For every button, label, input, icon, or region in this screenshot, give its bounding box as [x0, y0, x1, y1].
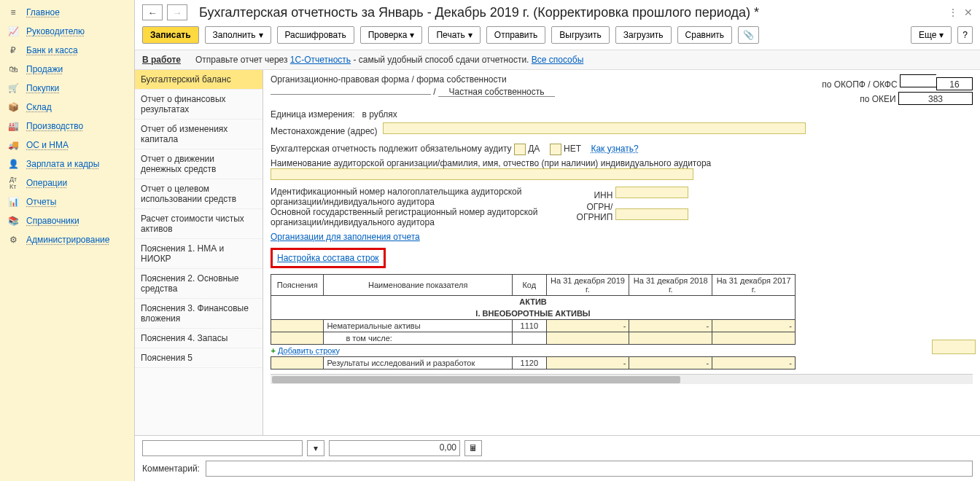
gear-icon: ⚙ — [7, 234, 19, 246]
okopf-box2[interactable]: 16 — [936, 77, 973, 90]
content-area: Организационно-правовая форма / форма со… — [263, 70, 980, 435]
report-icon: 📊 — [7, 196, 19, 208]
sidebar-item-warehouse[interactable]: 📦Склад — [0, 98, 134, 117]
sidebar-item-label: Руководителю — [26, 26, 85, 36]
footer-dropdown-button[interactable]: ▾ — [307, 440, 324, 456]
ruble-icon: ₽ — [7, 44, 19, 56]
audit-yes-checkbox[interactable] — [514, 144, 526, 155]
close-icon[interactable]: ✕ — [964, 7, 973, 18]
compare-button[interactable]: Сравнить — [677, 26, 732, 44]
section-item-capital[interactable]: Отчет об изменениях капитала — [135, 120, 262, 149]
th-name: Наименование показателя — [324, 275, 513, 296]
auditor-name-label: Наименование аудиторской организации/фам… — [271, 158, 711, 168]
ogrn-label: ОГРН/ ОГРНИП — [554, 202, 612, 222]
org-fill-link[interactable]: Организации для заполнения отчета — [271, 232, 420, 242]
decode-button[interactable]: Расшифровать — [277, 26, 354, 44]
audit-no-checkbox[interactable] — [550, 144, 561, 155]
more-button[interactable]: Еще ▾ — [911, 26, 952, 44]
add-row-link[interactable]: Добавить строку — [278, 346, 340, 355]
cell-2017-1120[interactable]: - — [712, 357, 796, 369]
sidebar-item-label: ОС и НМА — [26, 140, 69, 150]
cell-2018-sub[interactable] — [629, 332, 712, 345]
sidebar-item-label: Покупки — [26, 83, 59, 93]
sidebar-item-admin[interactable]: ⚙Администрирование — [0, 230, 134, 249]
sidebar-item-bank[interactable]: ₽Банк и касса — [0, 41, 134, 60]
floating-cell-input[interactable] — [932, 340, 976, 354]
help-button[interactable]: ? — [957, 26, 973, 44]
section-item-cashflow[interactable]: Отчет о движении денежных средств — [135, 149, 262, 179]
link-1c[interactable]: 1С-Отчетность — [290, 55, 351, 65]
unit-value: в рублях — [362, 109, 397, 120]
sidebar-item-reports[interactable]: 📊Отчеты — [0, 192, 134, 211]
send-button[interactable]: Отправить — [486, 26, 546, 44]
section-item-notes5[interactable]: Пояснения 5 — [135, 348, 262, 368]
cell-name-1110: Нематериальные активы — [324, 320, 513, 332]
fill-button[interactable]: Заполнить ▾ — [205, 26, 271, 44]
section-item-balance[interactable]: Бухгалтерский баланс — [135, 70, 262, 90]
cell-notes-1110[interactable] — [271, 320, 324, 332]
forward-button[interactable]: → — [167, 4, 187, 20]
link-all-methods[interactable]: Все способы — [532, 55, 584, 65]
sidebar-item-assets[interactable]: 🚚ОС и НМА — [0, 136, 134, 155]
sidebar-item-sales[interactable]: 🛍Продажи — [0, 60, 134, 79]
inn-input[interactable] — [615, 187, 688, 198]
inn-label: ИНН — [554, 190, 612, 200]
ogrn-input[interactable] — [615, 208, 688, 220]
book-icon: 📚 — [7, 215, 19, 227]
kebab-icon[interactable]: ⋮ — [948, 7, 958, 18]
cell-2018-1120[interactable]: - — [629, 357, 712, 369]
check-button[interactable]: Проверка ▾ — [360, 26, 423, 44]
sidebar-item-label: Склад — [26, 102, 52, 112]
location-label: Местонахождение (адрес) — [271, 126, 378, 136]
auditor-ogrn-label: Основной государственный регистрационный… — [271, 207, 548, 227]
no-label: НЕТ — [564, 144, 581, 154]
sidebar-item-refs[interactable]: 📚Справочники — [0, 211, 134, 230]
section-item-notes3[interactable]: Пояснения 3. Финансовые вложения — [135, 299, 262, 329]
add-row-plus-icon[interactable]: + — [271, 346, 276, 355]
cell-2017-1110[interactable]: - — [712, 320, 796, 332]
section-item-notes4[interactable]: Пояснения 4. Запасы — [135, 329, 262, 348]
rows-config-link[interactable]: Настройка состава строк — [277, 253, 379, 263]
print-button[interactable]: Печать ▾ — [428, 26, 480, 44]
ownership-value: Частная собственность — [438, 87, 555, 97]
sidebar-item-operations[interactable]: ДтКтОперации — [0, 173, 134, 192]
label: Еще — [919, 30, 936, 40]
cell-2019-1120[interactable]: - — [546, 357, 629, 369]
download-button[interactable]: Загрузить — [615, 26, 672, 44]
location-input[interactable] — [383, 122, 806, 134]
comment-input[interactable] — [206, 461, 973, 477]
footer-select[interactable] — [142, 440, 303, 456]
sidebar-item-salary[interactable]: 👤Зарплата и кадры — [0, 155, 134, 173]
section-item-netassets[interactable]: Расчет стоимости чистых активов — [135, 209, 262, 239]
cell-2019-sub[interactable] — [546, 332, 629, 345]
cell-2017-sub[interactable] — [712, 332, 796, 345]
okei-box[interactable]: 383 — [898, 92, 973, 105]
warehouse-icon: 📦 — [7, 101, 19, 113]
cell-notes-sub[interactable] — [271, 332, 324, 345]
status-text[interactable]: В работе — [142, 55, 181, 65]
write-button[interactable]: Записать — [142, 26, 199, 44]
horizontal-scrollbar[interactable] — [271, 374, 973, 384]
sidebar-item-production[interactable]: 🏭Производство — [0, 117, 134, 136]
auditor-inn-label: Идентификационный номер налогоплательщик… — [271, 187, 548, 207]
section-item-targetuse[interactable]: Отчет о целевом использовании средств — [135, 179, 262, 209]
section-item-finresults[interactable]: Отчет о финансовых результатах — [135, 90, 262, 120]
footer-number-input[interactable]: 0,00 — [329, 440, 460, 456]
footer-calc-button[interactable]: 🖩 — [464, 440, 482, 456]
sidebar-item-manager[interactable]: 📈Руководителю — [0, 22, 134, 41]
cell-2018-1110[interactable]: - — [629, 320, 712, 332]
attach-button[interactable]: 📎 — [738, 26, 759, 44]
th-code: Код — [513, 275, 547, 296]
okopf-box1[interactable] — [900, 74, 936, 87]
cell-notes-1120[interactable] — [271, 357, 324, 369]
sidebar-item-main[interactable]: ≡Главное — [0, 3, 134, 22]
calculator-icon: 🖩 — [469, 443, 478, 453]
upload-button[interactable]: Выгрузить — [551, 26, 610, 44]
back-button[interactable]: ← — [142, 4, 163, 20]
auditor-name-input[interactable] — [271, 168, 693, 180]
sidebar-item-purchases[interactable]: 🛒Покупки — [0, 79, 134, 98]
section-item-notes1[interactable]: Пояснения 1. НМА и НИОКР — [135, 239, 262, 269]
how-to-know-link[interactable]: Как узнать? — [591, 144, 638, 154]
section-item-notes2[interactable]: Пояснения 2. Основные средства — [135, 269, 262, 299]
cell-2019-1110[interactable]: - — [546, 320, 629, 332]
